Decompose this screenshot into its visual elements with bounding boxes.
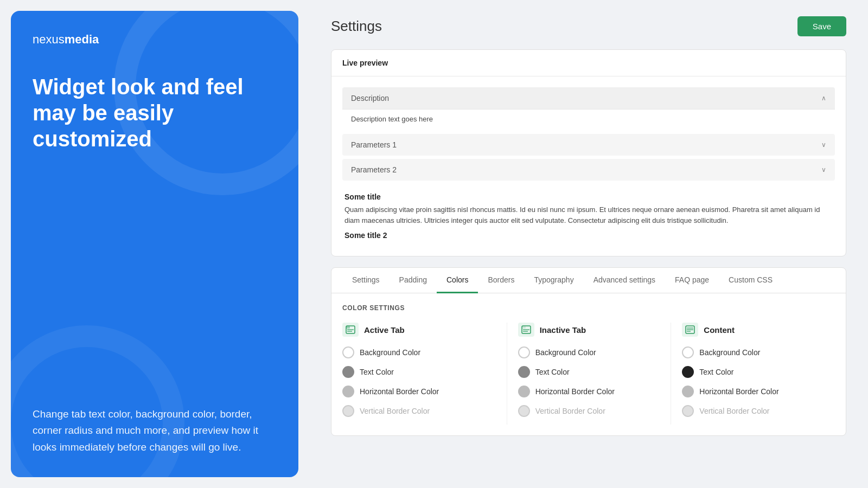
active-tab-vborder-label: Vertical Border Color (360, 407, 430, 415)
live-preview-card: Live preview Description ∧ Description t… (331, 49, 846, 256)
left-panel: nexusmedia Widget look and feel may be e… (11, 11, 298, 477)
active-tab-bg-label: Background Color (360, 348, 420, 357)
tab-padding[interactable]: Padding (390, 268, 437, 293)
content-text-label: Text Color (699, 368, 733, 376)
tab-typography[interactable]: Typography (524, 268, 583, 293)
tabs-bar: Settings Padding Colors Borders Typograp… (331, 268, 846, 293)
inactive-tab-text-row: Text Color (518, 366, 660, 378)
accordion-content-description: Description text goes here (342, 109, 835, 131)
active-tab-header: Active Tab (342, 323, 496, 337)
active-tab-text-label: Text Color (360, 368, 394, 376)
inactive-tab-title: Inactive Tab (540, 325, 586, 335)
content-section: Some title Quam adipiscing vitae proin s… (342, 184, 835, 245)
accordion-header-params2[interactable]: Parameters 2 ∨ (342, 159, 835, 181)
content-hborder-row: Horizontal Border Color (682, 386, 824, 397)
inactive-tab-vborder-label: Vertical Border Color (535, 407, 605, 415)
active-tab-hborder-row: Horizontal Border Color (342, 386, 496, 397)
color-settings-body: COLOR SETTINGS Active Tab (331, 293, 846, 435)
content-title-2: Some title 2 (344, 231, 833, 240)
content-text-swatch[interactable] (682, 366, 694, 378)
svg-rect-1 (346, 326, 350, 329)
color-columns: Active Tab Background Color Text Color H… (342, 323, 835, 425)
content-bg-swatch[interactable] (682, 346, 694, 358)
content-col-icon (682, 323, 698, 337)
tab-faq-page[interactable]: FAQ page (665, 268, 719, 293)
accordion-text-description: Description text goes here (351, 115, 433, 123)
logo-suffix: media (65, 33, 99, 46)
active-tab-text-row: Text Color (342, 366, 496, 378)
tab-colors[interactable]: Colors (437, 268, 478, 293)
tab-advanced-settings[interactable]: Advanced settings (584, 268, 665, 293)
content-body-1: Quam adipiscing vitae proin sagittis nis… (344, 204, 833, 226)
content-vborder-label: Vertical Border Color (699, 407, 769, 415)
inactive-tab-text-swatch[interactable] (518, 366, 530, 378)
content-hborder-label: Horizontal Border Color (699, 387, 778, 396)
svg-rect-5 (522, 326, 526, 329)
content-bg-row: Background Color (682, 346, 824, 358)
accordion-label-description: Description (351, 94, 389, 102)
right-panel: Settings Save Live preview Description ∧… (309, 0, 868, 488)
inactive-tab-hborder-row: Horizontal Border Color (518, 386, 660, 397)
active-tab-hborder-swatch[interactable] (342, 386, 354, 397)
inactive-tab-bg-row: Background Color (518, 346, 660, 358)
color-settings-label: COLOR SETTINGS (342, 304, 835, 312)
active-tab-text-swatch[interactable] (342, 366, 354, 378)
accordion-item-params2: Parameters 2 ∨ (342, 159, 835, 181)
inactive-tab-hborder-label: Horizontal Border Color (535, 387, 615, 396)
content-title-1: Some title (344, 192, 833, 201)
inactive-tab-icon (518, 323, 534, 337)
active-tab-vborder-row: Vertical Border Color (342, 405, 496, 417)
accordion-header-description[interactable]: Description ∧ (342, 87, 835, 109)
settings-card: Settings Padding Colors Borders Typograp… (331, 267, 846, 436)
page-title: Settings (331, 18, 382, 35)
tab-settings[interactable]: Settings (342, 268, 390, 293)
hero-title: Widget look and feel may be easily custo… (33, 74, 277, 152)
tab-borders[interactable]: Borders (478, 268, 524, 293)
content-vborder-swatch[interactable] (682, 405, 694, 417)
inactive-tab-hborder-swatch[interactable] (518, 386, 530, 397)
active-tab-icon (342, 323, 359, 337)
accordion-header-params1[interactable]: Parameters 1 ∨ (342, 134, 835, 156)
content-vborder-row: Vertical Border Color (682, 405, 824, 417)
color-column-inactive-tab: Inactive Tab Background Color Text Color… (507, 323, 671, 425)
accordion-label-params2: Parameters 2 (351, 165, 397, 174)
inactive-tab-svg-icon (521, 325, 531, 334)
chevron-up-icon: ∧ (821, 94, 826, 102)
inactive-tab-vborder-swatch[interactable] (518, 405, 530, 417)
accordion-item-params1: Parameters 1 ∨ (342, 134, 835, 156)
content-hborder-swatch[interactable] (682, 386, 694, 397)
inactive-tab-bg-swatch[interactable] (518, 346, 530, 358)
color-column-content: Content Background Color Text Color Hori… (671, 323, 835, 425)
active-tab-bg-row: Background Color (342, 346, 496, 358)
content-col-header: Content (682, 323, 824, 337)
active-tab-bg-swatch[interactable] (342, 346, 354, 358)
content-bg-label: Background Color (699, 348, 760, 357)
content-text-row: Text Color (682, 366, 824, 378)
chevron-down-icon: ∨ (821, 141, 826, 149)
active-tab-svg-icon (346, 325, 355, 334)
inactive-tab-vborder-row: Vertical Border Color (518, 405, 660, 417)
content-col-title: Content (704, 325, 735, 335)
hero-desc: Change tab text color, background color,… (33, 406, 277, 455)
live-preview-header: Live preview (331, 50, 846, 76)
live-preview-body: Description ∧ Description text goes here… (331, 76, 846, 256)
chevron-down-icon-2: ∨ (821, 166, 826, 174)
tab-custom-css[interactable]: Custom CSS (719, 268, 782, 293)
active-tab-hborder-label: Horizontal Border Color (360, 387, 439, 396)
inactive-tab-bg-label: Background Color (535, 348, 596, 357)
logo-prefix: nexus (33, 33, 65, 46)
color-column-active-tab: Active Tab Background Color Text Color H… (342, 323, 507, 425)
active-tab-vborder-swatch[interactable] (342, 405, 354, 417)
page-header: Settings Save (331, 16, 846, 36)
accordion-label-params1: Parameters 1 (351, 140, 397, 149)
inactive-tab-header: Inactive Tab (518, 323, 660, 337)
inactive-tab-text-label: Text Color (535, 368, 570, 376)
accordion-item-description: Description ∧ Description text goes here (342, 87, 835, 131)
save-button[interactable]: Save (797, 16, 846, 36)
active-tab-title: Active Tab (364, 325, 405, 335)
logo: nexusmedia (33, 33, 277, 47)
content-svg-icon (685, 325, 695, 334)
